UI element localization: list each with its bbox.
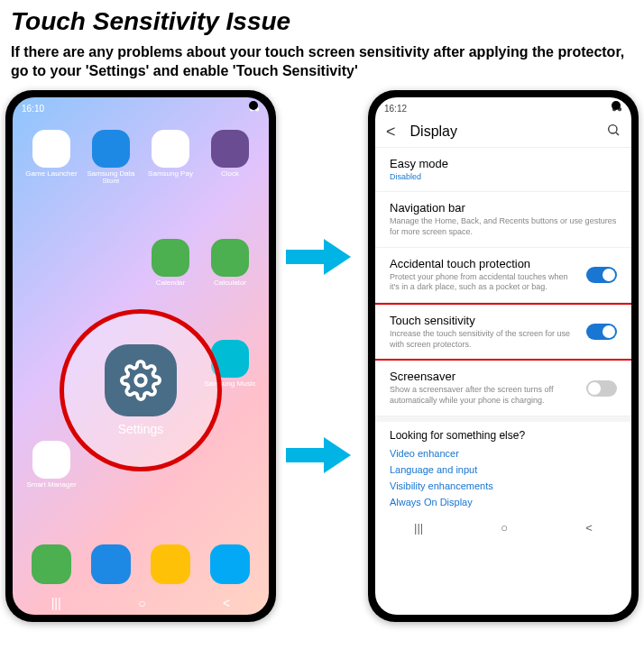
link-visibility-enhancements[interactable]: Visibility enhancements — [390, 478, 617, 494]
dock-app[interactable] — [151, 544, 190, 584]
search-icon[interactable] — [606, 123, 621, 141]
nav-home-icon[interactable]: ○ — [138, 596, 145, 610]
setting-subtitle: Show a screensaver after the screen turn… — [390, 385, 577, 406]
toggle[interactable] — [586, 267, 617, 283]
app-label: Calendar — [156, 279, 185, 288]
link-video-enhancer[interactable]: Video enhancer — [390, 445, 617, 462]
app-samsung-data-store[interactable]: Samsung Data Store — [81, 130, 141, 233]
setting-subtitle: Manage the Home, Back, and Recents butto… — [390, 216, 617, 237]
dock-app[interactable] — [91, 544, 131, 584]
app-label: Samsung Data Store — [85, 170, 137, 187]
arrows — [286, 239, 358, 473]
dock-app[interactable] — [210, 544, 250, 584]
phone-home: 16:10 ●● Game LauncherSamsung Data Store… — [5, 90, 276, 622]
app-icon — [152, 130, 189, 168]
app-samsung-pay[interactable]: Samsung Pay — [141, 130, 200, 233]
app-label: Clock — [221, 170, 239, 178]
status-time: 16:10 — [22, 104, 44, 114]
setting-subtitle: Increase the touch sensitivity of the sc… — [390, 329, 577, 350]
page-title: Touch Sensitivity Issue — [0, 0, 644, 40]
settings-highlight-circle: Settings — [60, 309, 222, 471]
status-bar: 16:10 ●● — [13, 97, 269, 117]
arrow-icon — [286, 437, 358, 473]
app-label: Calculator — [214, 279, 246, 288]
dock — [13, 537, 269, 591]
app-icon — [92, 130, 130, 168]
camera-hole — [249, 101, 258, 110]
nav-home-icon[interactable]: ○ — [501, 521, 508, 535]
setting-title: Screensaver — [390, 370, 577, 383]
setting-title: Accidental touch protection — [390, 257, 577, 270]
status-time: 16:12 — [384, 104, 407, 114]
app-icon — [211, 130, 249, 168]
settings-icon[interactable] — [105, 344, 177, 416]
dock-app[interactable] — [32, 544, 71, 584]
nav-recent-icon[interactable]: ||| — [51, 596, 61, 610]
app-game-launcher[interactable]: Game Launcher — [22, 130, 81, 233]
nav-bar: ||| ○ < — [13, 591, 269, 615]
setting-title: Navigation bar — [390, 201, 617, 215]
display-settings-screen: 16:12 ●● < Display Easy modeDisabledNavi… — [375, 97, 631, 615]
screen-title: Display — [410, 123, 592, 140]
setting-easy-mode[interactable]: Easy modeDisabled — [375, 148, 631, 193]
link-language-and-input[interactable]: Language and input — [390, 462, 617, 478]
app-icon — [211, 239, 249, 277]
toggle[interactable] — [586, 324, 617, 340]
setting-title: Easy mode — [390, 157, 617, 170]
settings-list: Easy modeDisabledNavigation barManage th… — [375, 148, 631, 416]
app-label: Game Launcher — [25, 170, 77, 178]
phones-row: 16:10 ●● Game LauncherSamsung Data Store… — [0, 90, 644, 622]
svg-point-1 — [609, 125, 617, 133]
link-always-on-display[interactable]: Always On Display — [390, 494, 617, 510]
nav-recent-icon[interactable]: ||| — [414, 521, 423, 535]
arrow-icon — [286, 239, 358, 275]
app-icon — [32, 130, 70, 168]
setting-title: Touch sensitivity — [390, 314, 577, 327]
app-smart-manager[interactable]: Smart Manager — [22, 441, 81, 536]
links-list: Video enhancerLanguage and inputVisibili… — [375, 445, 631, 517]
svg-line-2 — [616, 133, 619, 135]
toggle[interactable] — [586, 380, 617, 397]
nav-back-icon[interactable]: < — [223, 596, 230, 610]
setting-accidental-touch-protection[interactable]: Accidental touch protectionProtect your … — [375, 248, 631, 303]
display-header: < Display — [375, 117, 631, 148]
setting-touch-sensitivity[interactable]: Touch sensitivityIncrease the touch sens… — [375, 303, 631, 361]
app-clock[interactable]: Clock — [200, 130, 260, 233]
app-icon — [32, 441, 70, 479]
looking-heading: Looking for something else? — [375, 422, 631, 445]
setting-screensaver[interactable]: ScreensaverShow a screensaver after the … — [375, 361, 631, 416]
page-subtitle: If there are any problems about your tou… — [0, 40, 644, 90]
camera-hole — [612, 101, 621, 110]
nav-back-icon[interactable]: < — [585, 521, 593, 535]
app-icon — [152, 239, 189, 277]
back-icon[interactable]: < — [386, 123, 396, 142]
setting-subtitle: Disabled — [390, 172, 617, 183]
app-calculator[interactable]: Calculator — [200, 239, 260, 334]
nav-bar: ||| ○ < — [375, 517, 631, 539]
setting-subtitle: Protect your phone from accidental touch… — [390, 272, 577, 293]
setting-navigation-bar[interactable]: Navigation barManage the Home, Back, and… — [375, 192, 631, 247]
settings-label: Settings — [118, 422, 164, 436]
svg-point-0 — [135, 375, 146, 386]
status-bar: 16:12 ●● — [375, 97, 631, 117]
home-screen: 16:10 ●● Game LauncherSamsung Data Store… — [13, 97, 269, 615]
app-label: Samsung Pay — [148, 170, 193, 178]
phone-display-settings: 16:12 ●● < Display Easy modeDisabledNavi… — [368, 90, 639, 622]
app-label: Smart Manager — [26, 481, 76, 489]
